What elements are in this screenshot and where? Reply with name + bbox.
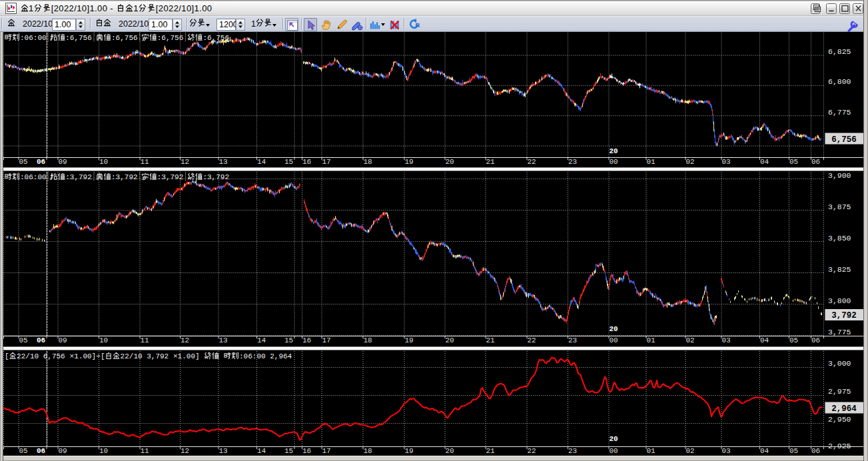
svg-text:2,950: 2,950 <box>828 415 851 424</box>
svg-text:05: 05 <box>19 447 27 455</box>
svg-text:09: 09 <box>58 336 67 344</box>
svg-text:19: 19 <box>404 336 413 344</box>
svg-text:2,925: 2,925 <box>828 442 851 450</box>
svg-text:14: 14 <box>257 158 266 166</box>
svg-text:6,800: 6,800 <box>828 77 851 86</box>
svg-text:2,975: 2,975 <box>828 387 851 396</box>
svg-text::06:00: :06:00 <box>20 34 47 42</box>
svg-text:06: 06 <box>37 158 45 166</box>
svg-text:14: 14 <box>257 447 266 455</box>
svg-text:2,964: 2,964 <box>831 404 857 414</box>
svg-text:R: R <box>416 21 420 29</box>
svg-text:02: 02 <box>685 158 694 166</box>
svg-text:10: 10 <box>99 447 108 455</box>
svg-text:22: 22 <box>527 158 536 166</box>
svg-text:23: 23 <box>568 447 577 455</box>
svg-text:21: 21 <box>486 447 495 455</box>
svg-text:3,825: 3,825 <box>828 265 851 274</box>
svg-text:05: 05 <box>19 158 27 166</box>
svg-text:03: 03 <box>721 336 730 344</box>
svg-text:00: 00 <box>609 447 618 455</box>
svg-text:20: 20 <box>445 336 454 344</box>
svg-text:22: 22 <box>527 447 536 455</box>
svg-text:12: 12 <box>181 447 189 455</box>
svg-text:18: 18 <box>363 336 372 344</box>
svg-text::6,756: :6,756 <box>203 34 229 42</box>
svg-text:13: 13 <box>218 447 227 455</box>
svg-text:04: 04 <box>760 447 769 455</box>
svg-text:09: 09 <box>58 158 67 166</box>
svg-text:21: 21 <box>486 158 495 166</box>
svg-text:3,800: 3,800 <box>828 296 851 305</box>
svg-text:15: 15 <box>284 158 293 166</box>
svg-text:22: 22 <box>527 336 536 344</box>
svg-text:13: 13 <box>218 158 227 166</box>
svg-text:19: 19 <box>404 158 413 166</box>
svg-text:1.00]: 1.00] <box>74 352 96 360</box>
svg-text:3,792: 3,792 <box>831 311 857 320</box>
svg-text:03: 03 <box>721 158 730 166</box>
svg-text:05: 05 <box>789 158 798 166</box>
svg-text:00: 00 <box>609 158 618 166</box>
svg-text:06: 06 <box>811 447 820 455</box>
svg-text::06:00: :06:00 <box>20 173 47 181</box>
svg-text:20: 20 <box>610 435 618 443</box>
svg-text:3,775: 3,775 <box>828 328 851 336</box>
svg-text:01: 01 <box>646 336 655 344</box>
svg-text:6,825: 6,825 <box>828 47 851 56</box>
svg-text::6,756: :6,756 <box>111 34 138 42</box>
svg-text:14: 14 <box>257 336 266 344</box>
svg-text:11: 11 <box>140 336 149 344</box>
svg-text:02: 02 <box>685 336 694 344</box>
svg-text::3,792: :3,792 <box>157 173 184 181</box>
svg-text:15: 15 <box>284 336 293 344</box>
svg-text:20: 20 <box>610 325 618 333</box>
svg-text:10: 10 <box>99 336 108 344</box>
svg-text:12: 12 <box>181 158 189 166</box>
svg-text::6,756: :6,756 <box>157 34 184 42</box>
svg-text:02: 02 <box>685 447 694 455</box>
svg-text:16: 16 <box>302 447 311 455</box>
svg-text:09: 09 <box>58 447 67 455</box>
svg-text:6,775: 6,775 <box>828 108 851 117</box>
svg-text:17: 17 <box>322 158 330 166</box>
svg-text:12: 12 <box>181 336 189 344</box>
svg-text:03: 03 <box>721 447 730 455</box>
svg-text:20: 20 <box>445 158 454 166</box>
svg-text:20: 20 <box>445 447 454 455</box>
svg-text:01: 01 <box>646 447 655 455</box>
svg-text:18: 18 <box>363 447 372 455</box>
svg-text:23: 23 <box>568 336 577 344</box>
svg-text:21: 21 <box>486 336 495 344</box>
svg-text:13: 13 <box>218 336 227 344</box>
svg-text:01: 01 <box>646 158 655 166</box>
svg-text:06: 06 <box>37 447 45 455</box>
svg-text:15: 15 <box>284 447 293 455</box>
svg-text:05: 05 <box>789 336 798 344</box>
svg-text:18: 18 <box>363 158 372 166</box>
svg-text:22/10 6,756: 22/10 6,756 <box>17 352 65 360</box>
svg-text:05: 05 <box>19 336 27 344</box>
svg-text:17: 17 <box>322 447 330 455</box>
svg-text:16: 16 <box>302 158 311 166</box>
svg-text::3,792: :3,792 <box>111 173 138 181</box>
svg-text:06: 06 <box>811 336 820 344</box>
svg-text:04: 04 <box>760 336 769 344</box>
svg-text:3,900: 3,900 <box>828 171 851 180</box>
svg-text:05: 05 <box>789 447 798 455</box>
svg-text:11: 11 <box>140 447 149 455</box>
svg-text:3,000: 3,000 <box>828 359 851 368</box>
svg-text:17: 17 <box>322 336 330 344</box>
svg-text:16: 16 <box>302 336 311 344</box>
svg-text:20: 20 <box>610 147 618 155</box>
svg-text:[: [ <box>101 352 105 360</box>
svg-text:23: 23 <box>568 158 577 166</box>
svg-text:3,875: 3,875 <box>828 203 851 211</box>
svg-text:10: 10 <box>99 158 108 166</box>
svg-text::3,792: :3,792 <box>203 173 229 181</box>
svg-text::3,792: :3,792 <box>65 173 92 181</box>
svg-text:3,850: 3,850 <box>828 234 851 242</box>
svg-text:6,756: 6,756 <box>831 135 857 145</box>
svg-text:04: 04 <box>760 158 769 166</box>
svg-text:06: 06 <box>811 158 820 166</box>
